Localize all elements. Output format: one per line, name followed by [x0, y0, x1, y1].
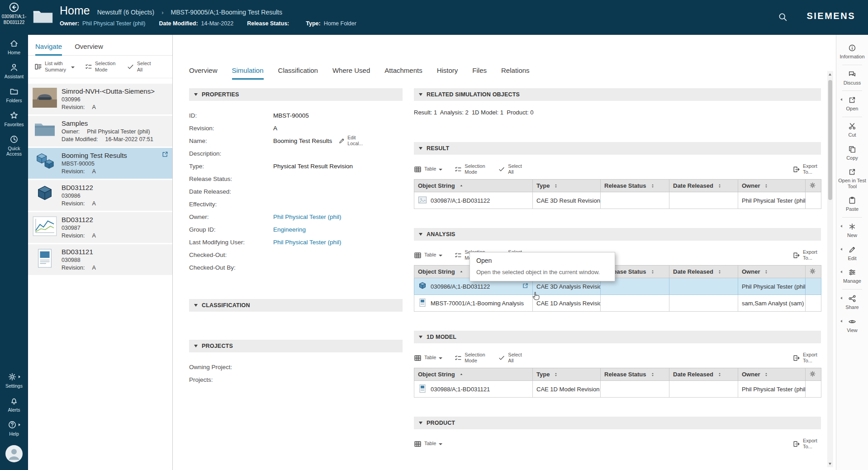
tab-history[interactable]: History — [437, 66, 458, 80]
command-paste[interactable]: Paste — [836, 193, 868, 216]
meta-value[interactable]: Phil Physical Tester (phil) — [82, 20, 145, 27]
list-with-summary-button[interactable]: List with Summary — [34, 61, 75, 72]
command-view[interactable]: View — [836, 314, 868, 337]
column-header-type[interactable]: Type — [533, 368, 601, 381]
nav-item-booming-test-results[interactable]: Booming Test ResultsMBST-90005Revision:A — [28, 148, 172, 179]
rail-item-quick-access[interactable]: Quick Access — [0, 131, 28, 160]
table-row-030987-a-1-bd031122[interactable]: 030987/A;1-BD031122CAE 3D Result Revisio… — [414, 192, 821, 209]
owner-link[interactable]: Phil Physical Tester (phil) — [738, 278, 806, 295]
export-to-button[interactable]: Export To... — [792, 438, 821, 450]
properties-section-header[interactable]: PROPERTIES — [189, 88, 403, 101]
vertical-scrollbar[interactable] — [827, 71, 833, 467]
command-open[interactable]: Open — [836, 92, 868, 115]
product-section-header[interactable]: PRODUCT — [414, 417, 821, 429]
breadcrumb-item[interactable]: Newstuff (6 Objects) — [97, 9, 155, 16]
tab-relations[interactable]: Relations — [501, 66, 530, 80]
export-to-button[interactable]: Export To... — [792, 163, 821, 175]
owner-link[interactable]: Phil Physical Tester (phil) — [738, 192, 806, 209]
selection-mode-button[interactable]: Selection Mode — [85, 61, 117, 72]
table-settings-button[interactable] — [806, 180, 821, 192]
table-row-mbst-70001-a-1-booming-analysis[interactable]: MBST-70001/A;1-Booming AnalysisCAE 1D An… — [414, 295, 821, 312]
related-simulation-objects-header[interactable]: RELATED SIMULATION OBJECTS — [414, 88, 821, 101]
open-external-icon[interactable] — [161, 151, 169, 159]
nav-item-bd031122[interactable]: BD031122030987Revision:A — [28, 212, 172, 243]
column-header-type[interactable]: Type — [533, 180, 601, 192]
analysis-section-header[interactable]: ANALYSIS — [414, 228, 821, 241]
rail-item-favorites[interactable]: Favorites — [0, 107, 28, 131]
scroll-down-button[interactable] — [827, 461, 833, 467]
command-edit[interactable]: Edit — [836, 242, 868, 265]
column-header-owner[interactable]: Owner — [738, 180, 806, 192]
property-value[interactable]: Phil Physical Tester (phil) — [273, 214, 342, 220]
command-open-in-test-tool[interactable]: Open in Test Tool — [836, 164, 868, 193]
tab-classification[interactable]: Classification — [278, 66, 318, 80]
nav-tab-overview[interactable]: Overview — [75, 43, 103, 56]
column-header-date-released[interactable]: Date Released — [669, 368, 738, 381]
column-header-owner[interactable]: Owner — [738, 368, 806, 381]
search-icon[interactable] — [778, 12, 787, 22]
table-view-button[interactable]: Table — [414, 354, 442, 362]
nav-item-bd031122[interactable]: BD031122030986Revision:A — [28, 180, 172, 211]
column-header-release-status[interactable]: Release Status — [601, 180, 669, 192]
tab-where-used[interactable]: Where Used — [332, 66, 370, 80]
rail-item-settings[interactable]: Settings — [0, 368, 28, 392]
object-string[interactable]: MBST-70001/A;1-Booming Analysis — [431, 300, 524, 307]
tab-overview[interactable]: Overview — [189, 66, 218, 80]
tab-simulation[interactable]: Simulation — [232, 66, 264, 80]
column-header-object-string[interactable]: Object String — [414, 368, 533, 381]
table-view-button[interactable]: Table — [414, 440, 442, 448]
rail-item-home[interactable]: Home — [0, 35, 28, 59]
column-header-owner[interactable]: Owner — [738, 266, 806, 278]
command-share[interactable]: Share — [836, 291, 868, 314]
1d-model-section-header[interactable]: 1D MODEL — [414, 331, 821, 343]
selection-mode-button[interactable]: Selection Mode — [454, 163, 486, 175]
back-icon[interactable] — [9, 2, 19, 13]
command-copy[interactable]: Copy — [836, 142, 868, 165]
owner-link[interactable]: sam,Sam Analyst (sam) — [738, 295, 806, 312]
tab-attachments[interactable]: Attachments — [384, 66, 422, 80]
table-row-030988-a-1-bd031121[interactable]: 030988/A;1-BD031121CAE 1D Model Revision… — [414, 381, 821, 398]
command-new[interactable]: New — [836, 219, 868, 242]
edit-local-button[interactable]: Edit Local... — [338, 135, 366, 146]
object-string[interactable]: 030988/A;1-BD031121 — [431, 386, 490, 393]
rail-item-assistant[interactable]: Assistant — [0, 59, 28, 83]
select-all-button[interactable]: Select All — [498, 352, 524, 364]
export-to-button[interactable]: Export To... — [792, 249, 821, 261]
breadcrumb-item-current[interactable]: MBST-90005/A;1-Booming Test Results — [171, 9, 282, 16]
scroll-up-button[interactable] — [827, 71, 833, 78]
scrollbar-thumb[interactable] — [828, 80, 832, 200]
table-settings-button[interactable] — [806, 266, 821, 278]
classification-section-header[interactable]: CLASSIFICATION — [189, 299, 403, 312]
rail-item-folders[interactable]: Folders — [0, 83, 28, 107]
table-settings-button[interactable] — [806, 368, 821, 381]
nav-item-bd031121[interactable]: BD031121030988Revision:A — [28, 244, 172, 275]
property-value[interactable]: Phil Physical Tester (phil) — [273, 239, 342, 246]
open-external-icon[interactable] — [522, 282, 529, 290]
column-header-date-released[interactable]: Date Released — [669, 266, 738, 278]
column-header-date-released[interactable]: Date Released — [669, 180, 738, 192]
nav-item-simrod-nvh-dutta-siemens[interactable]: Simrod-NVH-<Dutta-Siemens>030996Revision… — [28, 84, 172, 114]
selection-mode-button[interactable]: Selection Mode — [454, 352, 486, 364]
object-string[interactable]: 030986/A;1-BD031122 — [431, 283, 490, 290]
command-discuss[interactable]: Discuss — [836, 66, 868, 90]
command-manage[interactable]: Manage — [836, 265, 868, 288]
command-information[interactable]: Information — [836, 40, 868, 63]
projects-section-header[interactable]: PROJECTS — [189, 340, 403, 352]
nav-tab-navigate[interactable]: Navigate — [35, 43, 62, 56]
back-navigation[interactable]: 030987/A;1-BD031122 — [0, 2, 28, 25]
user-avatar[interactable] — [5, 445, 23, 463]
tab-files[interactable]: Files — [472, 66, 487, 80]
command-cut[interactable]: Cut — [836, 119, 868, 142]
select-all-button[interactable]: Select All — [127, 61, 152, 72]
property-value[interactable]: Engineering — [273, 226, 306, 233]
select-all-button[interactable]: Select All — [498, 163, 524, 175]
owner-link[interactable]: Phil Physical Tester (phil) — [738, 381, 806, 398]
rail-item-alerts[interactable]: Alerts — [0, 392, 28, 416]
result-section-header[interactable]: RESULT — [414, 142, 821, 155]
nav-item-samples[interactable]: SamplesOwner:Phil Physical Tester (phil)… — [28, 116, 172, 147]
object-string[interactable]: 030987/A;1-BD031122 — [431, 197, 490, 204]
table-view-button[interactable]: Table — [414, 166, 442, 173]
export-to-button[interactable]: Export To... — [792, 352, 821, 364]
column-header-release-status[interactable]: Release Status — [601, 368, 669, 381]
table-view-button[interactable]: Table — [414, 252, 442, 259]
